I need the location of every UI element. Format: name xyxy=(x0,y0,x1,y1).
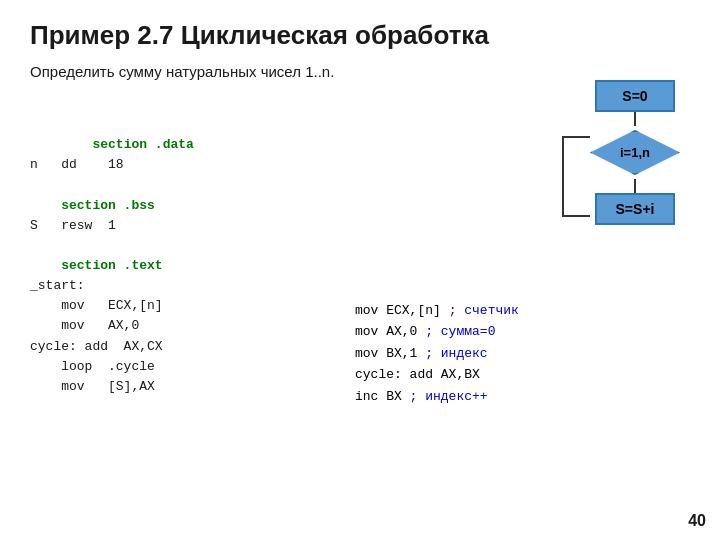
keyword-section2: section .bss xyxy=(30,198,155,213)
right-code-mov2: mov AX,0 xyxy=(355,324,425,339)
right-code-line1: mov ECX,[n] ; счетчик xyxy=(355,300,519,321)
flowchart-box-ssi: S=S+i xyxy=(595,193,675,225)
right-code-inc: inc BX xyxy=(355,389,410,404)
flowchart-diamond-loop: i=1,n xyxy=(590,130,680,175)
page-number: 40 xyxy=(688,512,706,530)
right-code-line4: cycle: add AX,BX xyxy=(355,364,519,385)
right-code-line3: mov BX,1 ; индекс xyxy=(355,343,519,364)
code-line-loop: loop .cycle xyxy=(30,359,155,374)
right-code-block: mov ECX,[n] ; счетчик mov AX,0 ; сумма=0… xyxy=(355,300,519,407)
fc-conn1 xyxy=(634,112,636,126)
fc-conn2 xyxy=(634,179,636,193)
right-code-add: cycle: add AX,BX xyxy=(355,367,480,382)
flowchart-box-s0: S=0 xyxy=(595,80,675,112)
code-line-n: n dd 18 xyxy=(30,157,124,172)
code-line-mov1: mov ECX,[n] xyxy=(30,298,163,313)
slide-subtitle: Определить сумму натуральных чисел 1..n. xyxy=(30,63,690,80)
right-code-comment1: ; счетчик xyxy=(441,303,519,318)
flowchart: S=0 i=1,n S=S+i xyxy=(590,80,680,225)
slide: Пример 2.7 Циклическая обработка Определ… xyxy=(0,0,720,540)
code-line-movs: mov [S],AX xyxy=(30,379,155,394)
right-code-mov1: mov ECX,[n] xyxy=(355,303,441,318)
left-code-block: section .data n dd 18 section .bss S res… xyxy=(30,115,194,417)
right-code-mov3: mov BX,1 xyxy=(355,346,425,361)
right-code-line5: inc BX ; индекс++ xyxy=(355,386,519,407)
code-line-mov2: mov AX,0 xyxy=(30,318,139,333)
code-line-s: S resw 1 xyxy=(30,218,116,233)
right-code-comment3: ; индекс xyxy=(425,346,487,361)
code-line-cycle: cycle: add AX,CX xyxy=(30,339,163,354)
keyword-section3: section .text xyxy=(30,258,163,273)
code-line-start: _start: xyxy=(30,278,85,293)
right-code-comment2: ; сумма=0 xyxy=(425,324,495,339)
right-code-comment5: ; индекс++ xyxy=(410,389,488,404)
slide-title: Пример 2.7 Циклическая обработка xyxy=(30,20,690,51)
keyword-section1: section .data xyxy=(61,137,194,152)
right-code-line2: mov AX,0 ; сумма=0 xyxy=(355,321,519,342)
